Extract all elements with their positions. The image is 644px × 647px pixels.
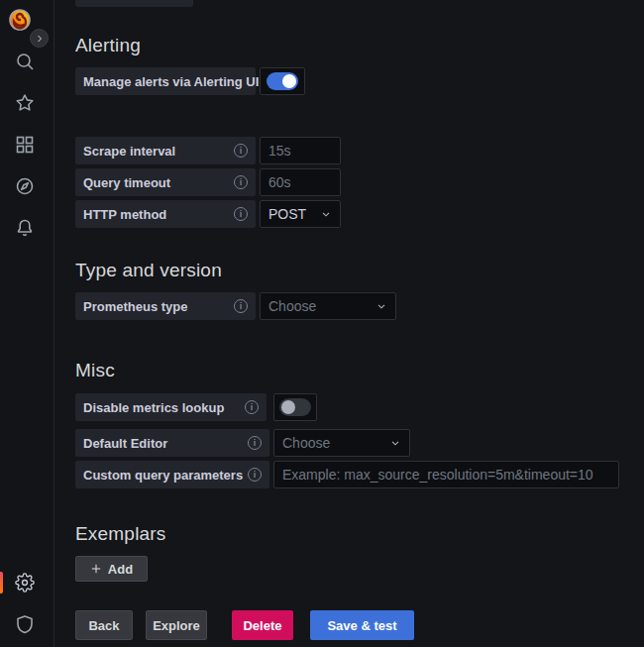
disable-metrics-lookup-toggle[interactable] xyxy=(273,393,317,421)
custom-query-parameters-label: Custom query parameters i xyxy=(75,461,269,488)
prometheus-type-label: Prometheus type i xyxy=(75,292,256,320)
scrape-interval-label: Scrape interval i xyxy=(75,137,256,164)
gear-icon[interactable] xyxy=(14,572,36,593)
query-timeout-input[interactable] xyxy=(260,168,341,196)
toggle-knob xyxy=(282,74,296,88)
prometheus-type-select[interactable]: Choose xyxy=(260,292,396,320)
default-editor-select[interactable]: Choose xyxy=(273,429,410,457)
info-icon[interactable]: i xyxy=(245,400,259,414)
bell-icon[interactable] xyxy=(14,217,36,239)
star-icon[interactable] xyxy=(14,92,36,114)
manage-alerts-label: Manage alerts via Alerting UI xyxy=(75,67,256,95)
search-icon[interactable] xyxy=(14,51,36,72)
disable-metrics-lookup-label: Disable metrics lookup i xyxy=(75,393,267,421)
active-item-indicator xyxy=(0,572,3,593)
sidebar-expand-button[interactable] xyxy=(30,29,49,48)
http-method-select[interactable]: POST xyxy=(260,200,341,228)
info-icon[interactable]: i xyxy=(234,299,248,313)
clipped-element-above xyxy=(75,0,193,7)
plus-icon xyxy=(90,563,102,575)
manage-alerts-toggle[interactable] xyxy=(260,67,305,95)
default-editor-label: Default Editor i xyxy=(75,429,269,457)
info-icon[interactable]: i xyxy=(234,207,248,221)
toggle-off-switch[interactable] xyxy=(279,398,311,416)
chevron-down-icon xyxy=(389,437,401,449)
info-icon[interactable]: i xyxy=(248,468,262,482)
chevron-down-icon xyxy=(376,300,387,312)
query-timeout-label: Query timeout i xyxy=(75,168,256,196)
toggle-knob xyxy=(281,400,295,414)
exemplars-section-title: Exemplars xyxy=(75,523,166,545)
alerting-section-title: Alerting xyxy=(75,35,141,56)
add-exemplar-button[interactable]: Add xyxy=(75,556,148,582)
explore-button[interactable]: Explore xyxy=(146,610,207,640)
sidebar xyxy=(0,0,54,647)
delete-button[interactable]: Delete xyxy=(232,610,293,640)
save-and-test-button[interactable]: Save & test xyxy=(310,610,414,640)
compass-icon[interactable] xyxy=(14,175,36,197)
info-icon[interactable]: i xyxy=(248,436,262,450)
http-method-label: HTTP method i xyxy=(75,200,256,228)
apps-icon[interactable] xyxy=(14,134,36,156)
back-button[interactable]: Back xyxy=(75,610,133,640)
chevron-down-icon xyxy=(320,208,332,220)
misc-section-title: Misc xyxy=(75,360,115,381)
shield-icon[interactable] xyxy=(14,613,36,635)
custom-query-parameters-input[interactable] xyxy=(273,461,619,488)
type-version-section-title: Type and version xyxy=(75,260,222,281)
info-icon[interactable]: i xyxy=(234,175,248,189)
grafana-logo[interactable] xyxy=(8,8,32,32)
info-icon[interactable]: i xyxy=(234,144,248,158)
scrape-interval-input[interactable] xyxy=(260,137,341,164)
chevron-right-icon xyxy=(35,34,45,44)
toggle-on-switch[interactable] xyxy=(267,72,298,90)
